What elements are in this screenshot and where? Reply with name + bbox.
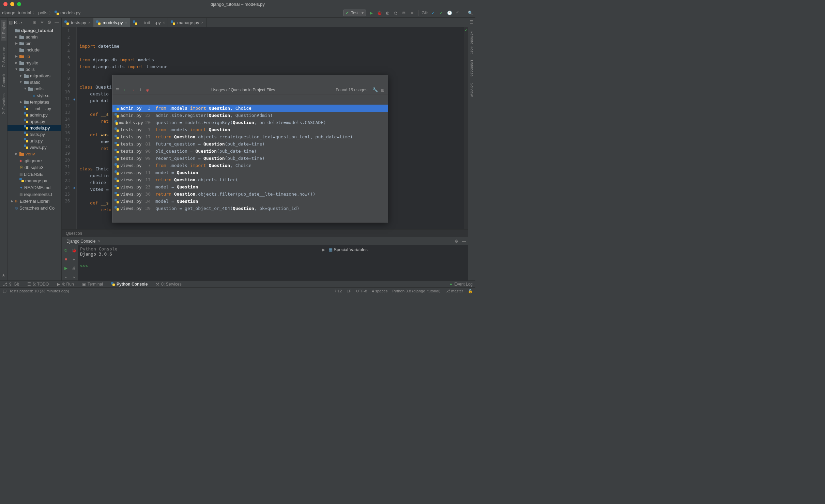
settings-icon[interactable]: ☰ — [114, 87, 121, 93]
tree-arrow-icon[interactable]: ▶ — [19, 99, 22, 105]
new-console-icon[interactable]: ＋ — [71, 256, 77, 263]
concurrency-button[interactable]: ⧉ — [401, 10, 407, 16]
override-gutter-icon[interactable]: ◉ — [74, 186, 75, 189]
next-occurrence-icon[interactable]: → — [129, 87, 136, 93]
close-tab-icon[interactable]: × — [125, 20, 127, 25]
tree-item-polls[interactable]: ▼polls — [7, 86, 61, 92]
editor-tabs[interactable]: tests.py×models.py×__init__.py×manage.py… — [62, 18, 468, 27]
tool-window-python-console[interactable]: Python Console — [111, 282, 148, 287]
tree-item-__init__-py[interactable]: __init__.py — [7, 105, 61, 112]
breadcrumb-root[interactable]: django_tutorial — [2, 10, 31, 15]
code-line-2[interactable] — [77, 50, 464, 57]
coverage-button[interactable]: ◐ — [384, 10, 391, 16]
code-line-3[interactable]: from django.db import models — [77, 57, 464, 64]
usage-row[interactable]: tests.py90old_question = Question(pub_da… — [112, 148, 388, 155]
rail-7-structure[interactable]: 7: Structure — [2, 47, 6, 67]
favorites-star-icon[interactable]: ★ — [2, 273, 5, 278]
usage-row[interactable]: admin.py22admin.site.register(Question, … — [112, 112, 388, 119]
tree-item-style-css[interactable]: ◈style.c — [7, 92, 61, 99]
usage-row[interactable]: models.py20question = models.ForeignKey(… — [112, 119, 388, 126]
editor-tab-manage-py[interactable]: manage.py× — [168, 18, 207, 27]
tree-arrow-icon[interactable]: ▶ — [19, 73, 22, 79]
menu-icon[interactable]: ☰ — [470, 20, 474, 25]
tree-item-include[interactable]: include — [7, 47, 61, 53]
error-stripe[interactable]: ✔ — [464, 27, 468, 229]
tree-item-venv[interactable]: ▶venv — [7, 151, 61, 157]
rail-sciview[interactable]: SciView — [470, 83, 474, 97]
tree-item-static[interactable]: ▼static — [7, 79, 61, 86]
status-indent[interactable]: 4 spaces — [372, 289, 387, 293]
tree-item-readme-md[interactable]: ▼README.md — [7, 184, 61, 191]
vcs-update-icon[interactable]: ✓ — [430, 10, 436, 16]
status-interpreter[interactable]: Python 3.8 (django_tutorial) — [392, 289, 440, 293]
hide-panel-icon[interactable]: — — [54, 20, 60, 25]
editor-gutter[interactable]: 1234567891011◉12131415161718192021222324… — [62, 27, 77, 229]
tool-window-run[interactable]: ▶4: Run — [57, 282, 74, 287]
close-window-icon[interactable] — [3, 2, 7, 6]
usage-row[interactable]: views.py11model = Question — [112, 169, 388, 176]
usage-row[interactable]: tests.py99recent_question = Question(pub… — [112, 155, 388, 162]
usage-row[interactable]: tests.py17return Question.objects.create… — [112, 133, 388, 140]
rail-database[interactable]: Database — [470, 60, 474, 77]
code-line-1[interactable]: import datetime — [77, 44, 464, 50]
minimize-window-icon[interactable] — [10, 2, 14, 6]
tree-arrow-icon[interactable]: ▶ — [15, 34, 18, 40]
tree-item-admin[interactable]: ▶admin — [7, 34, 61, 40]
code-line-4[interactable]: from django.utils import timezone — [77, 64, 464, 71]
usage-row[interactable]: tests.py7from .models import Question — [112, 126, 388, 133]
tree-item-license[interactable]: ▤LICENSE — [7, 171, 61, 178]
usage-row[interactable]: views.py17return Question.objects.filter… — [112, 176, 388, 183]
tree-item-requirements-t[interactable]: ▤requirements.t — [7, 191, 61, 198]
prev-occurrence-icon[interactable]: ← — [122, 87, 128, 93]
run-config-selector[interactable]: ✔ Test: ▾ — [343, 10, 366, 16]
chevron-right-icon[interactable]: ▶ — [322, 247, 325, 252]
expand-all-icon[interactable]: ✶ — [39, 20, 45, 25]
project-view-selector[interactable]: ▤ P... ▾ — [9, 20, 22, 25]
vcs-rollback-icon[interactable]: ↶ — [455, 10, 461, 16]
expand-icon[interactable]: » — [62, 274, 69, 280]
rail-commit[interactable]: Commit — [2, 74, 6, 87]
editor-tab-tests-py[interactable]: tests.py× — [62, 18, 93, 27]
close-tab-icon[interactable]: × — [163, 20, 165, 25]
tree-item-external-librari[interactable]: ▶⊪External Librari — [7, 198, 61, 204]
tool-window-toggle-icon[interactable]: ▢ — [3, 289, 6, 293]
close-tab-icon[interactable]: × — [201, 20, 203, 25]
tree-arrow-icon[interactable]: ▼ — [24, 86, 27, 92]
stop-icon[interactable]: ■ — [62, 256, 69, 263]
usage-row[interactable]: views.py30return Question.objects.filter… — [112, 190, 388, 198]
status-tests[interactable]: Tests passed: 10 (33 minutes ago) — [9, 289, 69, 293]
breadcrumb-file[interactable]: models.py — [60, 10, 80, 15]
locate-file-icon[interactable]: ⊕ — [31, 20, 37, 25]
print-icon[interactable]: 🖨 — [71, 265, 77, 272]
close-icon[interactable]: × — [98, 239, 101, 244]
override-gutter-icon[interactable]: ◉ — [74, 97, 75, 101]
attach-debugger-icon[interactable]: 🐞 — [71, 247, 77, 254]
gear-icon[interactable]: ⚙ — [455, 239, 458, 244]
tree-item-mysite[interactable]: ▶mysite — [7, 60, 61, 66]
rail-remote-host[interactable]: Remote Host — [470, 31, 474, 54]
tree-item-admin-py[interactable]: admin.py — [7, 112, 61, 118]
status-caret-position[interactable]: 7:12 — [334, 289, 342, 293]
profile-button[interactable]: ◔ — [393, 10, 399, 16]
rerun-icon[interactable]: ↻ — [62, 247, 69, 254]
usage-row[interactable]: views.py34model = Question — [112, 198, 388, 205]
tree-arrow-icon[interactable]: ▶ — [15, 151, 18, 157]
tree-item-tests-py[interactable]: tests.py — [7, 131, 61, 138]
tree-arrow-icon[interactable]: ▶ — [10, 198, 14, 204]
vcs-commit-icon[interactable]: ✓ — [438, 10, 444, 16]
tool-window-todo[interactable]: ☲6: TODO — [27, 282, 49, 287]
open-find-window-icon[interactable]: 🔧 — [372, 87, 378, 93]
usage-row[interactable]: views.py23model = Question — [112, 183, 388, 190]
hide-panel-icon[interactable]: — — [462, 239, 466, 244]
tree-item-scratches-and-co[interactable]: ◎Scratches and Co — [7, 204, 61, 211]
tree-item-apps-py[interactable]: apps.py — [7, 118, 61, 125]
debug-button[interactable]: 🐞 — [376, 10, 382, 16]
run-button[interactable]: ▶ — [368, 10, 374, 16]
tree-item-views-py[interactable]: views.py — [7, 144, 61, 151]
tree-arrow-icon[interactable]: ▼ — [15, 66, 18, 73]
tree-item-templates[interactable]: ▶templates — [7, 99, 61, 105]
tree-arrow-icon[interactable]: ▶ — [15, 60, 18, 66]
tree-arrow-icon[interactable]: ▶ — [15, 40, 18, 47]
tool-window-event-log[interactable]: Event Log — [454, 282, 473, 287]
tree-arrow-icon[interactable]: ▼ — [19, 79, 22, 86]
